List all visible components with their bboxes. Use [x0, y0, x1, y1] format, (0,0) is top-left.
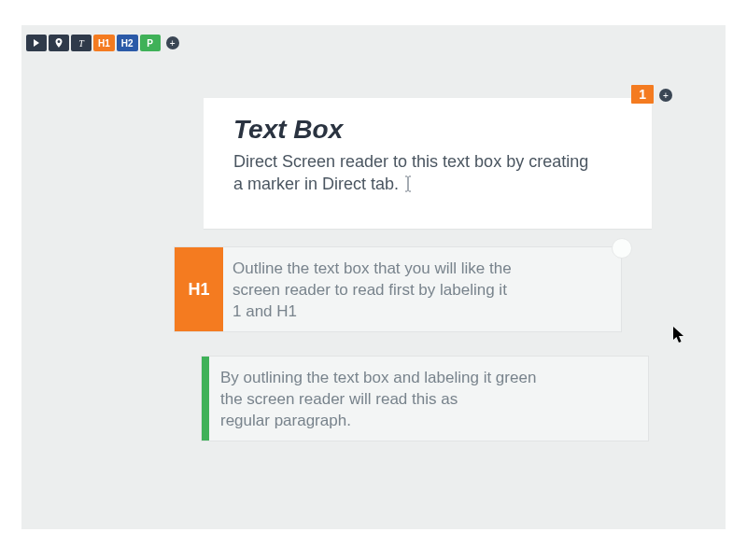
order-badge[interactable]: 1 — [631, 85, 654, 104]
h1-spine-label[interactable]: H1 — [175, 247, 223, 331]
textbox-body[interactable]: Direct Screen reader to this text box by… — [233, 150, 629, 196]
h1-body-line2: screen reader to read first by labeling … — [233, 281, 507, 299]
formatting-toolbar: T H1 H2 P + — [26, 35, 179, 51]
svg-marker-0 — [34, 39, 39, 47]
resize-handle[interactable] — [612, 238, 632, 259]
add-tool-button[interactable]: + — [166, 36, 179, 49]
text-tool-button[interactable]: T — [71, 35, 92, 51]
h2-tool-button[interactable]: H2 — [117, 35, 138, 51]
paragraph-box-body: By outlining the text box and labeling i… — [220, 368, 624, 432]
h1-body-line3: 1 and H1 — [233, 302, 297, 320]
mouse-cursor-icon — [672, 326, 685, 344]
p-body-line1: By outlining the text box and labeling i… — [220, 369, 536, 386]
h1-tool-button[interactable]: H1 — [93, 35, 115, 51]
textbox-body-line1: Direct Screen reader to this text box by… — [233, 152, 588, 171]
paragraph-annotated-box[interactable]: By outlining the text box and labeling i… — [201, 356, 649, 441]
h1-box-body: Outline the text box that you will like … — [233, 259, 597, 323]
p-tool-button[interactable]: P — [140, 35, 161, 51]
textbox-title: Text Box — [233, 115, 343, 145]
editor-canvas: T H1 H2 P + 1 + Text Box Direct Screen r… — [21, 25, 726, 529]
location-icon — [55, 38, 63, 48]
textbox-body-line2: a marker in Direct tab. — [233, 175, 399, 193]
paragraph-spine — [202, 357, 209, 441]
add-element-button[interactable]: + — [659, 89, 672, 102]
h1-body-line1: Outline the text box that you will like … — [233, 259, 512, 277]
p-body-line3: regular paragraph. — [220, 412, 351, 429]
textbox-card[interactable]: 1 + Text Box Direct Screen reader to thi… — [204, 98, 652, 229]
text-caret-icon — [403, 175, 413, 192]
p-body-line2: the screen reader will read this as — [220, 390, 458, 408]
play-button[interactable] — [26, 35, 47, 51]
play-icon — [33, 39, 40, 47]
marker-button[interactable] — [49, 35, 69, 51]
h1-annotated-box[interactable]: 1 H1 Outline the text box that you will … — [174, 246, 622, 332]
